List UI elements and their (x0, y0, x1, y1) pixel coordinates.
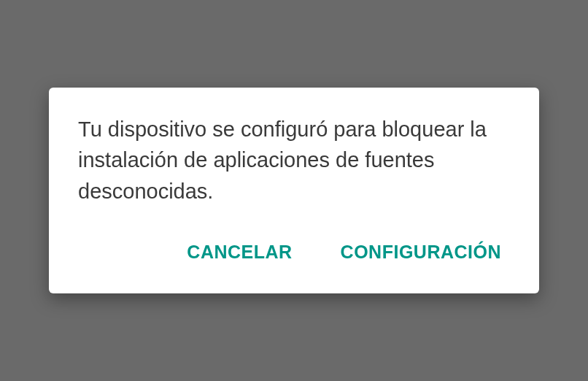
cancel-button[interactable]: CANCELAR (184, 237, 295, 267)
dialog-actions: CANCELAR CONFIGURACIÓN (78, 237, 510, 273)
install-blocked-dialog: Tu dispositivo se configuró para blo­que… (49, 88, 539, 293)
dialog-message: Tu dispositivo se configuró para blo­que… (78, 114, 510, 206)
settings-button[interactable]: CONFIGURACIÓN (338, 237, 504, 267)
